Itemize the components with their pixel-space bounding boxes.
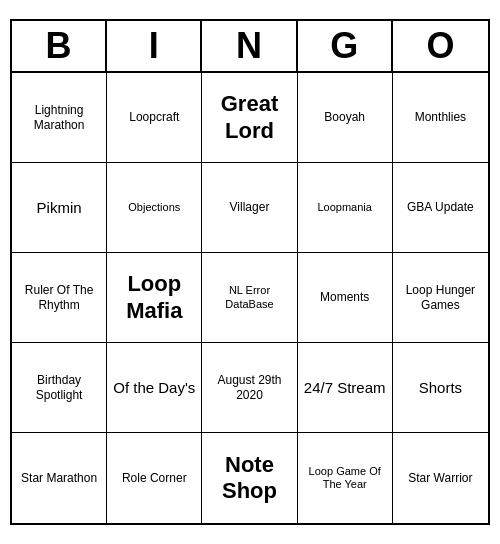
cell-text-9: GBA Update [407,200,474,214]
bingo-cell-21: Role Corner [107,433,202,523]
bingo-cell-9: GBA Update [393,163,488,253]
bingo-cell-24: Star Warrior [393,433,488,523]
cell-text-0: Lightning Marathon [16,103,102,132]
cell-text-20: Star Marathon [21,471,97,485]
bingo-cell-7: Villager [202,163,297,253]
bingo-cell-17: August 29th 2020 [202,343,297,433]
bingo-cell-3: Booyah [298,73,393,163]
cell-text-22: Note Shop [206,452,292,505]
bingo-cell-4: Monthlies [393,73,488,163]
cell-text-17: August 29th 2020 [206,373,292,402]
bingo-card: BINGO Lightning MarathonLoopcraftGreat L… [10,19,490,525]
bingo-cell-2: Great Lord [202,73,297,163]
cell-text-3: Booyah [324,110,365,124]
bingo-cell-20: Star Marathon [12,433,107,523]
bingo-cell-10: Ruler Of The Rhythm [12,253,107,343]
bingo-cell-1: Loopcraft [107,73,202,163]
cell-text-7: Villager [230,200,270,214]
cell-text-15: Birthday Spotlight [16,373,102,402]
cell-text-8: Loopmania [317,201,371,214]
cell-text-21: Role Corner [122,471,187,485]
cell-text-1: Loopcraft [129,110,179,124]
bingo-header: BINGO [12,21,488,73]
bingo-cell-0: Lightning Marathon [12,73,107,163]
cell-text-4: Monthlies [415,110,466,124]
cell-text-16: Of the Day's [113,379,195,397]
cell-text-19: Shorts [419,379,462,397]
bingo-cell-15: Birthday Spotlight [12,343,107,433]
header-letter-G: G [298,21,393,71]
bingo-cell-5: Pikmin [12,163,107,253]
bingo-cell-6: Objections [107,163,202,253]
bingo-cell-12: NL Error DataBase [202,253,297,343]
bingo-cell-16: Of the Day's [107,343,202,433]
header-letter-N: N [202,21,297,71]
bingo-cell-8: Loopmania [298,163,393,253]
bingo-grid: Lightning MarathonLoopcraftGreat LordBoo… [12,73,488,523]
cell-text-23: Loop Game Of The Year [302,465,388,491]
cell-text-12: NL Error DataBase [206,284,292,310]
cell-text-5: Pikmin [37,199,82,217]
cell-text-6: Objections [128,201,180,214]
header-letter-I: I [107,21,202,71]
cell-text-2: Great Lord [206,91,292,144]
bingo-cell-19: Shorts [393,343,488,433]
header-letter-O: O [393,21,488,71]
cell-text-11: Loop Mafia [111,271,197,324]
header-letter-B: B [12,21,107,71]
bingo-cell-23: Loop Game Of The Year [298,433,393,523]
cell-text-13: Moments [320,290,369,304]
cell-text-10: Ruler Of The Rhythm [16,283,102,312]
bingo-cell-22: Note Shop [202,433,297,523]
bingo-cell-14: Loop Hunger Games [393,253,488,343]
bingo-cell-11: Loop Mafia [107,253,202,343]
cell-text-14: Loop Hunger Games [397,283,484,312]
cell-text-18: 24/7 Stream [304,379,386,397]
cell-text-24: Star Warrior [408,471,472,485]
bingo-cell-13: Moments [298,253,393,343]
bingo-cell-18: 24/7 Stream [298,343,393,433]
